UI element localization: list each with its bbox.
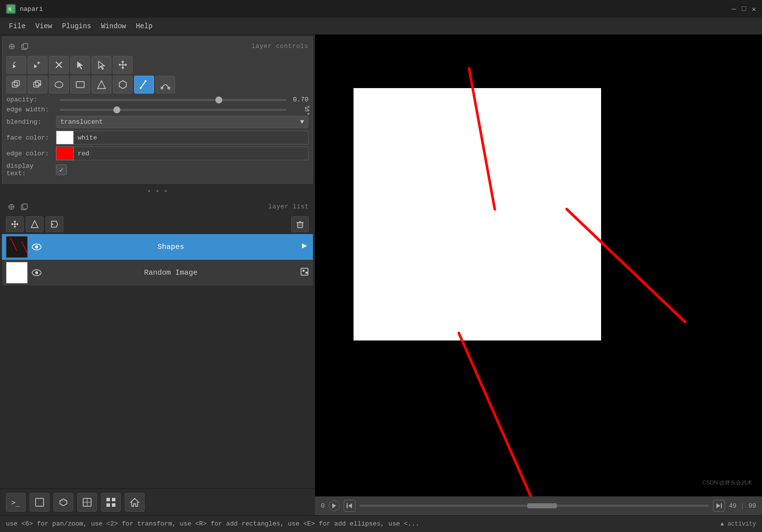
tool-select-outline[interactable] <box>92 56 111 74</box>
skip-start-button[interactable] <box>344 500 356 512</box>
menu-plugins[interactable]: Plugins <box>57 20 96 32</box>
layer-item-random-image[interactable]: Random Image <box>2 260 313 286</box>
random-image-layer-name: Random Image <box>46 269 296 277</box>
activity-label[interactable]: ▲ activity <box>720 521 756 528</box>
delete-layer-button[interactable] <box>291 216 309 232</box>
tool-rect[interactable] <box>70 76 90 94</box>
timeline-thumb[interactable] <box>527 503 557 508</box>
tool-select-filled[interactable] <box>70 56 90 74</box>
face-color-swatch[interactable] <box>56 131 74 145</box>
window-controls: — □ ✕ <box>732 5 756 13</box>
layer-list-copy-icon[interactable] <box>19 201 30 212</box>
edge-color-label: edge color: <box>6 150 56 157</box>
svg-point-26 <box>145 80 147 82</box>
tool-move[interactable] <box>113 56 133 74</box>
maximize-button[interactable]: □ <box>742 5 746 13</box>
skip-end-button[interactable] <box>713 500 725 512</box>
svg-marker-49 <box>302 243 307 248</box>
tools-row-1 <box>6 56 308 74</box>
canvas-bottom-bar: 0 49 | 9 <box>315 496 762 515</box>
tool-triangle[interactable] <box>92 76 111 94</box>
menu-window[interactable]: Window <box>96 20 131 32</box>
shapes-visibility-eye[interactable] <box>30 240 44 254</box>
menu-bar: File View Plugins Window Help <box>0 18 762 35</box>
edge-color-swatch[interactable] <box>56 146 74 160</box>
edge-color-control: edge color: red <box>6 146 308 160</box>
3d-view-button[interactable] <box>53 493 73 512</box>
tool-path[interactable] <box>155 76 175 94</box>
svg-rect-31 <box>23 204 27 209</box>
grid-button[interactable] <box>101 493 121 512</box>
svg-rect-61 <box>106 498 110 501</box>
blending-select[interactable]: translucent ▼ <box>56 116 308 128</box>
display-text-checkbox[interactable]: ✓ <box>56 164 67 175</box>
svg-point-36 <box>14 223 16 225</box>
menu-view[interactable]: View <box>31 20 57 32</box>
blending-label: blending: <box>6 118 56 126</box>
more-options-dots[interactable] <box>307 106 309 115</box>
minimize-button[interactable]: — <box>732 5 736 13</box>
tool-polygon[interactable] <box>113 76 133 94</box>
2d-view-button[interactable] <box>77 493 97 512</box>
canvas-area: CSDN @胖头会武术 0 <box>315 35 762 515</box>
blending-chevron: ▼ <box>300 118 304 126</box>
rect-select-button[interactable] <box>30 493 50 512</box>
svg-rect-16 <box>34 82 39 87</box>
svg-marker-37 <box>31 221 38 228</box>
svg-line-6 <box>13 62 15 64</box>
face-color-name[interactable]: white <box>74 131 308 145</box>
layer-list-header: layer list <box>2 199 313 214</box>
opacity-value: 0.70 <box>291 96 308 103</box>
svg-point-51 <box>35 271 38 274</box>
svg-rect-63 <box>106 503 110 507</box>
svg-marker-72 <box>716 503 720 508</box>
opacity-slider[interactable] <box>60 99 287 101</box>
random-image-visibility-eye[interactable] <box>30 266 44 280</box>
frame-current: 49 <box>729 502 737 510</box>
layer-controls-icons <box>6 41 30 52</box>
menu-file[interactable]: File <box>4 20 31 32</box>
timeline-slider[interactable] <box>359 505 709 507</box>
tool-arrow-minus[interactable] <box>6 56 26 74</box>
close-button[interactable]: ✕ <box>752 5 756 13</box>
canvas-white-image <box>354 88 601 340</box>
edge-color-name[interactable]: red <box>74 146 308 160</box>
canvas-viewport[interactable]: CSDN @胖头会武术 <box>315 35 762 496</box>
svg-point-25 <box>140 87 142 89</box>
tool-arrow-plus[interactable] <box>28 56 48 74</box>
tool-paste-shapes[interactable] <box>28 76 48 94</box>
display-text-control: display text: ✓ <box>6 162 308 177</box>
layer-item-shapes[interactable]: Shapes <box>2 234 313 260</box>
svg-rect-39 <box>298 223 303 228</box>
add-shapes-button[interactable] <box>26 216 44 232</box>
add-points-button[interactable] <box>6 216 24 232</box>
frame-separator: | <box>741 502 745 510</box>
layer-list-grid-icon[interactable] <box>6 201 17 212</box>
tool-cross[interactable] <box>49 56 69 74</box>
opacity-thumb[interactable] <box>215 97 222 103</box>
menu-help[interactable]: Help <box>131 20 157 32</box>
random-image-thumbnail <box>6 262 28 284</box>
home-button[interactable] <box>125 493 145 512</box>
console-button[interactable]: >_ <box>6 493 26 512</box>
svg-rect-21 <box>76 82 84 88</box>
svg-marker-22 <box>98 81 105 89</box>
svg-marker-7 <box>34 64 37 68</box>
tool-copy-shapes[interactable] <box>6 76 26 94</box>
edge-width-slider[interactable] <box>60 109 287 111</box>
tool-line[interactable] <box>134 76 154 94</box>
add-label-button[interactable] <box>46 216 63 232</box>
left-panel: layer controls <box>0 35 315 515</box>
frame-start: 0 <box>321 502 325 510</box>
svg-text:>_: >_ <box>11 498 20 507</box>
svg-marker-5 <box>13 64 16 68</box>
display-text-label: display text: <box>6 162 56 177</box>
section-separator: • • • <box>0 186 315 197</box>
edge-width-thumb[interactable] <box>113 106 120 113</box>
tool-ellipse[interactable] <box>49 76 69 94</box>
play-button[interactable] <box>329 500 340 511</box>
svg-rect-53 <box>303 270 305 272</box>
blending-value: translucent <box>60 118 103 126</box>
copy-icon[interactable] <box>19 41 30 52</box>
grid-icon[interactable] <box>6 41 17 52</box>
